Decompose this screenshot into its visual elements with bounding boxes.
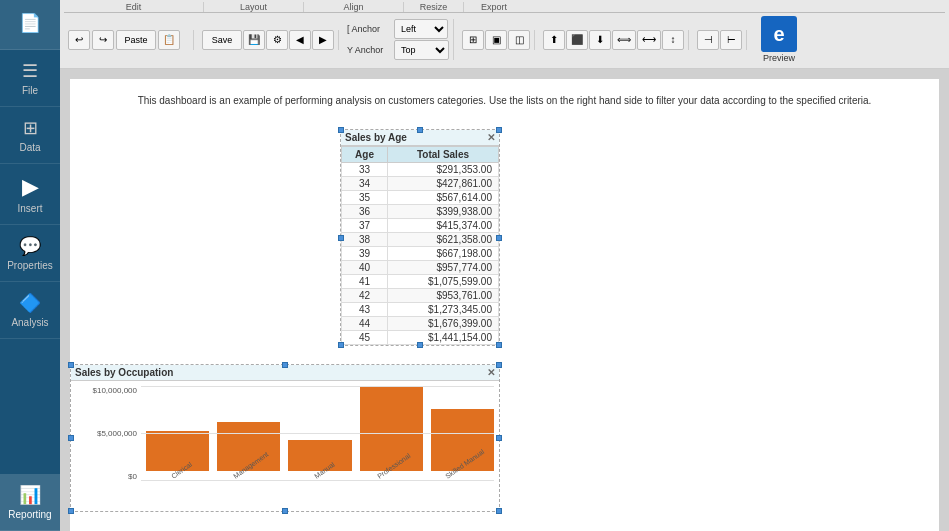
x-anchor-select[interactable]: Left Right Center bbox=[394, 19, 448, 39]
align-stretch-btn[interactable]: ↕ bbox=[662, 30, 684, 50]
align-bottom-btn[interactable]: ⬇ bbox=[589, 30, 611, 50]
sidebar-item-reporting[interactable]: 📊 Reporting bbox=[0, 474, 60, 531]
y-axis-mid: $5,000,000 bbox=[76, 429, 137, 438]
sidebar-item-file[interactable]: ☰ File bbox=[0, 50, 60, 107]
age-cell: 42 bbox=[342, 289, 388, 303]
bar[interactable] bbox=[288, 440, 351, 471]
undo-button[interactable]: ↩ bbox=[68, 30, 90, 50]
total-sales-cell: $291,353.00 bbox=[388, 163, 499, 177]
analysis-icon: 🔷 bbox=[19, 292, 41, 314]
total-sales-cell: $1,075,599.00 bbox=[388, 275, 499, 289]
total-sales-cell: $621,358.00 bbox=[388, 233, 499, 247]
align-section-label: Align bbox=[304, 2, 404, 12]
resize-handle-mr[interactable] bbox=[496, 235, 502, 241]
y-anchor-label: Y Anchor bbox=[347, 45, 392, 55]
align-right-btn[interactable]: ▶ bbox=[312, 30, 334, 50]
age-column-header: Age bbox=[342, 147, 388, 163]
sales-by-occupation-title: Sales by Occupation bbox=[75, 367, 173, 378]
age-cell: 38 bbox=[342, 233, 388, 247]
total-sales-cell: $1,676,399.00 bbox=[388, 317, 499, 331]
resize-btn-1[interactable]: ⊣ bbox=[697, 30, 719, 50]
table-row: 37$415,374.00 bbox=[342, 219, 499, 233]
y-anchor-select[interactable]: Top Bottom Middle bbox=[394, 40, 449, 60]
resize-handle-chart-tl[interactable] bbox=[68, 362, 74, 368]
total-sales-cell: $567,614.00 bbox=[388, 191, 499, 205]
resize-handle-chart-bl[interactable] bbox=[68, 508, 74, 514]
sidebar-item-data[interactable]: ⊞ Data bbox=[0, 107, 60, 164]
preview-icon: e bbox=[761, 16, 797, 52]
total-sales-cell: $1,273,345.00 bbox=[388, 303, 499, 317]
layout-btn-3[interactable]: ◫ bbox=[508, 30, 530, 50]
reporting-icon: 📊 bbox=[19, 484, 41, 506]
sales-by-occupation-widget: Sales by Occupation ✕ $10,000,000 $5,000… bbox=[70, 364, 500, 512]
age-cell: 41 bbox=[342, 275, 388, 289]
layout-btn-1[interactable]: ⊞ bbox=[462, 30, 484, 50]
age-cell: 34 bbox=[342, 177, 388, 191]
preview-button[interactable]: e Preview bbox=[755, 14, 803, 65]
resize-handle-bl[interactable] bbox=[338, 342, 344, 348]
resize-handle-tr[interactable] bbox=[496, 127, 502, 133]
toolbar: Edit Layout Align Resize Export ↩ ↪ Past… bbox=[60, 0, 949, 69]
bar[interactable] bbox=[360, 387, 423, 471]
sales-by-age-title: Sales by Age bbox=[345, 132, 407, 143]
sidebar-item-analysis[interactable]: 🔷 Analysis bbox=[0, 282, 60, 339]
resize-handle-chart-tr[interactable] bbox=[496, 362, 502, 368]
total-sales-cell: $953,761.00 bbox=[388, 289, 499, 303]
age-cell: 43 bbox=[342, 303, 388, 317]
resize-handle-chart-tm[interactable] bbox=[282, 362, 288, 368]
align-left-btn[interactable]: ◀ bbox=[289, 30, 311, 50]
table-row: 41$1,075,599.00 bbox=[342, 275, 499, 289]
canvas-description: This dashboard is an example of performi… bbox=[80, 94, 929, 108]
paste-label: Paste bbox=[124, 35, 147, 45]
resize-handle-ml[interactable] bbox=[338, 235, 344, 241]
total-sales-cell: $415,374.00 bbox=[388, 219, 499, 233]
save-label: Save bbox=[212, 35, 233, 45]
bar-group: Professional bbox=[360, 387, 423, 481]
sidebar-item-label: Properties bbox=[7, 260, 53, 271]
paste-button[interactable]: Paste bbox=[116, 30, 156, 50]
chart-close-btn[interactable]: ✕ bbox=[487, 367, 495, 378]
resize-btn-2[interactable]: ⊢ bbox=[720, 30, 742, 50]
sidebar-item-properties[interactable]: 💬 Properties bbox=[0, 225, 60, 282]
resize-handle-tm[interactable] bbox=[417, 127, 423, 133]
bar-group: Management bbox=[217, 422, 280, 481]
align-v-btn[interactable]: ⟷ bbox=[637, 30, 661, 50]
age-cell: 33 bbox=[342, 163, 388, 177]
resize-handle-bm[interactable] bbox=[417, 342, 423, 348]
total-sales-cell: $957,774.00 bbox=[388, 261, 499, 275]
save-button[interactable]: Save bbox=[202, 30, 242, 50]
total-sales-column-header: Total Sales bbox=[388, 147, 499, 163]
table-row: 35$567,614.00 bbox=[342, 191, 499, 205]
align-h-btn[interactable]: ⟺ bbox=[612, 30, 636, 50]
sidebar-item-page[interactable]: 📄 bbox=[0, 0, 60, 50]
total-sales-cell: $667,198.00 bbox=[388, 247, 499, 261]
chart-bars: ClericalManagementManualProfessionalSkil… bbox=[146, 386, 494, 481]
table-row: 39$667,198.00 bbox=[342, 247, 499, 261]
page-icon: 📄 bbox=[19, 12, 41, 34]
resize-handle-br[interactable] bbox=[496, 342, 502, 348]
table-row: 33$291,353.00 bbox=[342, 163, 499, 177]
table-row: 36$399,938.00 bbox=[342, 205, 499, 219]
resize-handle-chart-mr[interactable] bbox=[496, 435, 502, 441]
resize-handle-chart-bm[interactable] bbox=[282, 508, 288, 514]
align-top-btn[interactable]: ⬆ bbox=[543, 30, 565, 50]
sidebar-item-label: Insert bbox=[17, 203, 42, 214]
paste-icon-button[interactable]: 📋 bbox=[158, 30, 180, 50]
sidebar-item-label: File bbox=[22, 85, 38, 96]
layout-btn-2[interactable]: ▣ bbox=[485, 30, 507, 50]
sales-by-age-widget: Sales by Age ✕ Age Total Sales 33$291,35… bbox=[340, 129, 500, 346]
align-center-btn[interactable]: ⬛ bbox=[566, 30, 588, 50]
bar-group: Clerical bbox=[146, 431, 209, 481]
widget-close-btn[interactable]: ✕ bbox=[487, 132, 495, 143]
resize-handle-chart-ml[interactable] bbox=[68, 435, 74, 441]
save-icon-button[interactable]: 💾 bbox=[243, 30, 265, 50]
age-cell: 37 bbox=[342, 219, 388, 233]
bar[interactable] bbox=[146, 431, 209, 471]
resize-handle-tl[interactable] bbox=[338, 127, 344, 133]
total-sales-cell: $427,861.00 bbox=[388, 177, 499, 191]
sidebar-item-insert[interactable]: ▶ Insert bbox=[0, 164, 60, 225]
redo-button[interactable]: ↪ bbox=[92, 30, 114, 50]
resize-handle-chart-br[interactable] bbox=[496, 508, 502, 514]
properties-btn[interactable]: ⚙ bbox=[266, 30, 288, 50]
table-row: 34$427,861.00 bbox=[342, 177, 499, 191]
